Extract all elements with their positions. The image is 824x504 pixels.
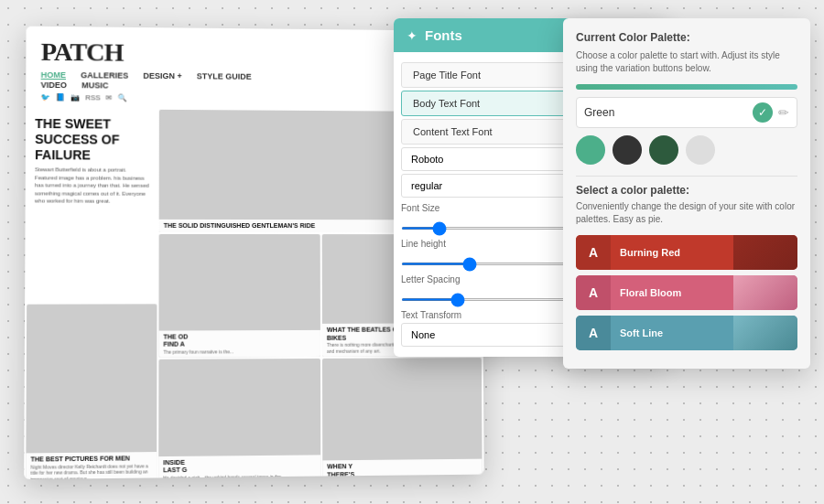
- nav-music: MUSIC: [81, 80, 108, 90]
- color-palette-panel: Current Color Palette: Choose a color pa…: [563, 18, 810, 369]
- palette-floral-img: [733, 275, 797, 310]
- palette-burning-initial: A: [576, 235, 611, 270]
- suit-overlay: THE ODFIND A The primary foun narrative …: [158, 330, 320, 358]
- nav-video: VIDEO: [41, 80, 67, 90]
- palette-burning-red[interactable]: A Burning Red: [576, 235, 797, 270]
- palette-burning-label: Burning Red: [611, 247, 733, 258]
- suit-block: THE ODFIND A The primary foun narrative …: [158, 234, 320, 358]
- select-palette-desc: Conveniently change the design of your s…: [576, 200, 797, 226]
- best-pictures-block: THE BEST PICTURES FOR MEN Night Moves di…: [26, 304, 157, 479]
- palette-burning-img: [733, 235, 797, 270]
- sweet-success-text: Stewart Butterfield is about a portrait.…: [35, 166, 150, 206]
- palette-floral-initial: A: [576, 275, 611, 310]
- swatch-light[interactable]: [686, 135, 715, 165]
- sweet-success-block: THE SWEETSUCCESS OFFAILURE Stewart Butte…: [27, 109, 157, 303]
- current-palette-desc: Choose a color palette to start with. Ad…: [576, 49, 797, 75]
- swatch-green[interactable]: [576, 135, 605, 165]
- select-palette-title: Select a color palette:: [576, 184, 797, 197]
- nav-home: HOME: [41, 70, 66, 80]
- color-swatches: [576, 135, 797, 165]
- nav-galleries: GALLERIES: [81, 70, 128, 80]
- palette-soft-label: Soft Line: [611, 327, 733, 338]
- swatch-darkgreen[interactable]: [649, 135, 678, 165]
- palette-soft-line[interactable]: A Soft Line: [576, 316, 797, 350]
- bag-block: INSIDELAST G He decided a visit... the u…: [158, 359, 320, 479]
- swatch-dark[interactable]: [613, 135, 642, 165]
- palette-floral-label: Floral Bloom: [611, 287, 733, 298]
- palette-floral-bloom[interactable]: A Floral Bloom: [576, 275, 797, 310]
- palette-soft-img: [733, 316, 797, 350]
- selected-color-label: Green: [584, 106, 747, 119]
- bag-headline: INSIDELAST G: [163, 457, 316, 475]
- suit-headline: THE ODFIND A: [163, 333, 316, 349]
- best-pictures-subtext: Night Moves director Kelly Reichardt doe…: [30, 463, 152, 479]
- current-palette-title: Current Color Palette:: [576, 31, 797, 44]
- color-confirm-btn[interactable]: ✓: [753, 102, 773, 123]
- nav-design: DESIGN +: [143, 71, 181, 80]
- left-column: THE SWEETSUCCESS OFFAILURE Stewart Butte…: [26, 109, 157, 479]
- fonts-icon: ✦: [407, 28, 417, 43]
- nav-style-guide: STYLE GUIDE: [197, 71, 252, 80]
- green-bar: [576, 84, 797, 90]
- fonts-panel-title: Fonts: [425, 27, 462, 43]
- best-pictures-overlay: THE BEST PICTURES FOR MEN Night Moves di…: [26, 452, 157, 479]
- palette-soft-initial: A: [576, 316, 611, 350]
- section-divider: [576, 176, 797, 177]
- bag-overlay: INSIDELAST G He decided a visit... the u…: [158, 455, 320, 479]
- last-block: WHEN YTHERE'S: [322, 358, 482, 479]
- sweet-success-headline: THE SWEETSUCCESS OFFAILURE: [35, 116, 150, 163]
- color-select-row: Green ✓ ✏: [576, 97, 797, 128]
- color-edit-btn[interactable]: ✏: [778, 105, 789, 120]
- suit-subtext: The primary foun narrative is the...: [163, 348, 316, 354]
